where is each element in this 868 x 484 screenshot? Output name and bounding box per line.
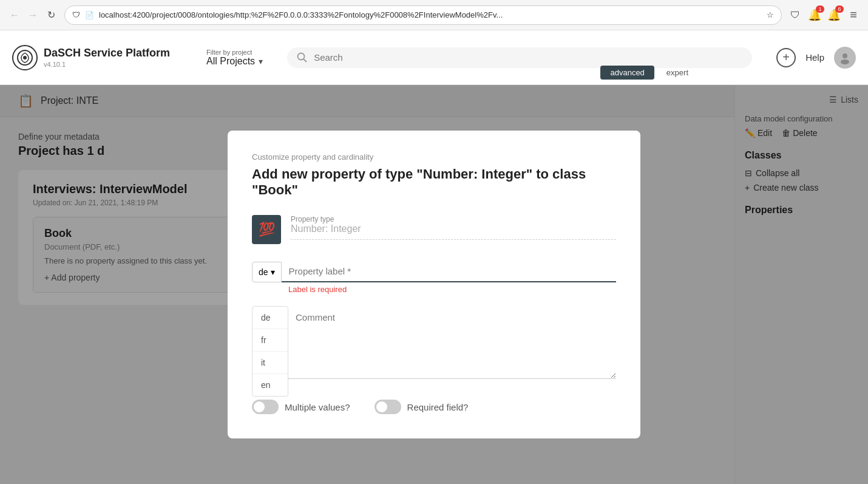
url-text: localhost:4200/project/0008/ontologies/h… [99,10,762,19]
label-error: Label is required [288,285,616,294]
lang-chevron-icon: ▾ [271,267,275,277]
filter-select[interactable]: All Projects ▾ [206,56,263,67]
logo-area: DaSCH Service Platform v4.10.1 [12,45,170,70]
svg-line-3 [303,59,307,62]
comment-textarea[interactable] [288,306,616,379]
menu-icon[interactable]: ≡ [846,8,861,22]
help-button[interactable]: Help [805,52,824,63]
tab-expert[interactable]: expert [657,66,698,80]
bookmark-icon[interactable]: ☆ [767,10,774,19]
filter-label: Filter by project [206,49,252,56]
notification-icon-1[interactable]: 🔔 1 [807,8,822,22]
browser-actions: 🛡 🔔 1 🔔 6 ≡ [788,8,861,22]
multiple-values-label: Multiple values? [285,402,350,412]
property-type-section: 💯 Property type Number: Integer [252,215,616,244]
browser-nav: ← → ↻ [7,8,58,22]
logo-text: DaSCH Service Platform [44,47,170,60]
svg-point-5 [841,60,849,64]
modal-dialog: Customize property and cardinality Add n… [228,131,640,438]
notification-badge-2: 6 [835,5,844,13]
logo-icon [12,45,38,70]
filter-value: All Projects [206,56,255,67]
property-label-section: de ▾ Label is required [252,261,616,294]
search-icon [297,52,308,63]
property-type-icon: 💯 [252,215,281,244]
chevron-down-icon: ▾ [259,56,263,66]
modal-title: Add new property of type "Number: Intege… [252,166,616,198]
lang-option-fr[interactable]: fr [253,329,288,352]
modal-overlay: Customize property and cardinality Add n… [0,85,868,484]
add-button[interactable]: + [776,48,796,67]
comment-wrapper [288,306,616,381]
lang-select[interactable]: de ▾ [252,262,282,282]
notification-badge-1: 1 [816,5,824,13]
lang-option-en[interactable]: en [253,374,288,396]
version-text: v4.10.1 [44,61,170,68]
shield-icon: 🛡 [72,10,80,19]
back-button[interactable]: ← [7,8,22,22]
property-label-input[interactable] [282,261,616,282]
tab-advanced[interactable]: advanced [600,66,654,80]
browser-chrome: ← → ↻ 🛡 📄 localhost:4200/project/0008/on… [0,0,868,30]
filter-section: Filter by project All Projects ▾ [206,49,263,67]
required-field-toggle[interactable] [375,400,401,414]
multiple-values-toggle-item: Multiple values? [252,400,350,414]
svg-point-2 [298,53,305,60]
notification-icon-2[interactable]: 🔔 6 [827,8,841,22]
required-field-toggle-item: Required field? [375,400,469,414]
lang-option-it[interactable]: it [253,352,288,374]
search-area[interactable] [287,47,752,68]
search-input[interactable] [314,52,742,63]
integer-icon: 💯 [259,222,275,237]
forward-button[interactable]: → [25,8,40,22]
property-type-label: Property type [291,215,616,223]
modal-subtitle: Customize property and cardinality [252,152,616,162]
svg-point-1 [23,56,27,60]
lang-dropdown: de fr it en [252,306,288,397]
app-header: DaSCH Service Platform v4.10.1 Filter by… [0,30,868,85]
property-type-value: Number: Integer [291,223,616,240]
label-input-row: de ▾ [252,261,616,282]
toggles-section: Multiple values? Required field? [252,400,616,414]
lang-value: de [259,267,268,277]
app-body: 📋 Project: INTE Define your metadata Pro… [0,85,868,484]
multiple-values-toggle[interactable] [252,400,279,414]
lock-icon: 📄 [85,11,94,19]
comment-section: de fr it en [252,306,616,381]
svg-point-4 [843,53,847,58]
header-right: + Help [776,47,856,69]
lang-option-de[interactable]: de [253,307,288,329]
reload-button[interactable]: ↻ [44,8,58,22]
address-bar[interactable]: 🛡 📄 localhost:4200/project/0008/ontologi… [64,5,782,25]
avatar[interactable] [834,47,856,69]
shield-action-icon[interactable]: 🛡 [788,8,802,22]
required-field-label: Required field? [407,402,469,412]
